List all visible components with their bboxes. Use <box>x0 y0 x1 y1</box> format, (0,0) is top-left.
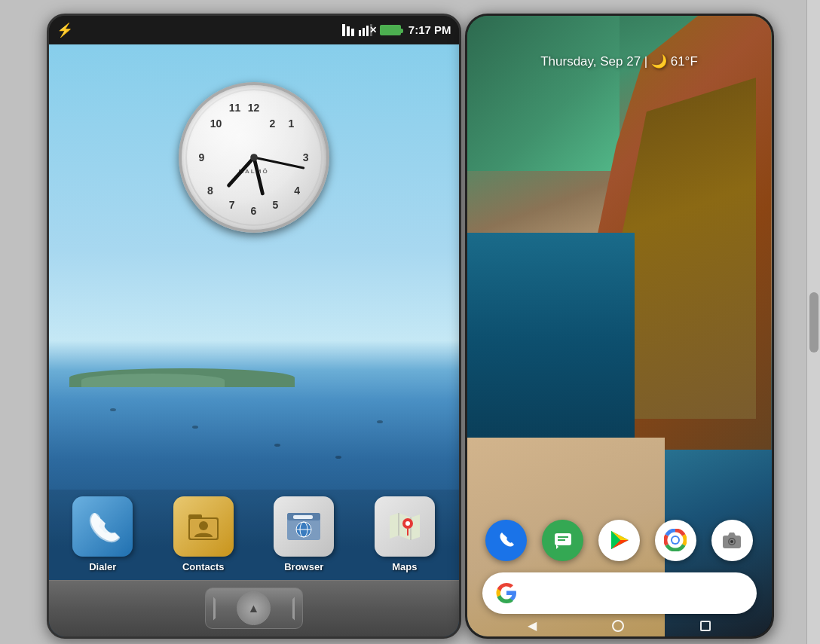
home-button[interactable] <box>612 620 624 632</box>
water-area <box>467 233 635 450</box>
svg-rect-4 <box>363 28 365 36</box>
new-app-messages[interactable] <box>542 520 583 561</box>
new-app-camera[interactable] <box>711 520 753 561</box>
svg-rect-2 <box>351 29 354 36</box>
new-chrome-icon-svg <box>664 529 687 551</box>
statusbar-time: 7:17 PM <box>408 23 451 36</box>
new-messages-icon-svg <box>552 530 574 551</box>
battery-icon <box>380 25 401 35</box>
old-statusbar: ⚡ <box>49 16 459 44</box>
old-android-phone: ⚡ <box>47 14 461 639</box>
new-wallpaper: 7:35 ⊖ ▾ ▮ Thursday, Sep 27 | 🌙 61°F <box>467 16 772 636</box>
old-app-maps[interactable]: Maps <box>375 496 435 572</box>
old-wallpaper: 12 1 3 4 5 6 7 8 9 10 11 2 <box>49 44 459 636</box>
phones-container: ⚡ <box>47 14 774 639</box>
clock-face: 12 1 3 4 5 6 7 8 9 10 11 2 <box>179 82 329 233</box>
google-g-svg <box>496 582 517 603</box>
old-app-dialer[interactable]: Dialer <box>72 496 133 572</box>
no-signal-x: ✕ <box>369 25 377 35</box>
svg-line-7 <box>240 157 277 194</box>
svg-point-32 <box>730 540 733 543</box>
old-nav-bar <box>49 580 459 636</box>
wifi-icon <box>341 24 356 36</box>
svg-line-8 <box>228 157 253 185</box>
scrollbar-thumb[interactable] <box>809 292 818 353</box>
new-app-play[interactable] <box>598 520 640 561</box>
svg-point-14 <box>199 521 208 530</box>
new-apps-row <box>467 520 772 561</box>
old-statusbar-right: ✕ 7:17 PM <box>341 23 451 36</box>
maps-icon-img <box>385 507 424 546</box>
new-phone-icon-svg <box>496 530 517 551</box>
old-app-contacts[interactable]: Contacts <box>173 496 234 572</box>
svg-rect-12 <box>188 514 202 519</box>
old-phone-screen: ⚡ <box>49 16 459 636</box>
svg-rect-3 <box>359 30 361 36</box>
new-app-phone[interactable] <box>485 520 527 561</box>
old-statusbar-left: ⚡ <box>57 22 73 38</box>
maps-icon[interactable] <box>375 496 435 557</box>
clock-widget: 12 1 3 4 5 6 7 8 9 10 11 2 <box>179 82 329 233</box>
dialer-label: Dialer <box>89 561 116 572</box>
contacts-icon[interactable] <box>173 496 234 557</box>
maps-label: Maps <box>392 561 417 572</box>
old-nav-center[interactable] <box>205 588 303 629</box>
svg-point-28 <box>672 537 678 543</box>
new-phone-screen: 7:35 ⊖ ▾ ▮ Thursday, Sep 27 | 🌙 61°F <box>467 16 772 636</box>
usb-icon: ⚡ <box>57 22 73 38</box>
dialer-icon-img <box>83 507 122 546</box>
svg-rect-0 <box>342 24 345 36</box>
svg-rect-5 <box>366 26 369 36</box>
outer-frame: ⚡ <box>0 0 820 644</box>
google-logo <box>496 582 517 603</box>
new-date-widget: Thursday, Sep 27 | 🌙 61°F <box>540 53 698 69</box>
cliff-green-top <box>467 16 620 171</box>
new-pixel-phone: 7:35 ⊖ ▾ ▮ Thursday, Sep 27 | 🌙 61°F <box>465 14 774 639</box>
water-dot-3 <box>274 444 280 447</box>
water-dot-2 <box>192 426 198 429</box>
browser-icon-img <box>284 507 323 546</box>
old-app-browser[interactable]: Browser <box>274 496 334 572</box>
contacts-icon-img <box>184 507 223 546</box>
new-camera-icon-svg <box>721 529 743 551</box>
water-dot-5 <box>377 420 383 423</box>
clock-hands-svg <box>182 85 326 230</box>
new-nav-bar: ◀ <box>467 615 772 636</box>
old-home-button[interactable] <box>237 591 271 625</box>
back-button[interactable]: ◀ <box>528 618 537 633</box>
contacts-label: Contacts <box>182 561 225 572</box>
browser-icon[interactable] <box>274 496 334 557</box>
new-date-text: Thursday, Sep 27 | 🌙 61°F <box>540 54 698 69</box>
svg-rect-1 <box>347 26 350 36</box>
svg-line-9 <box>254 157 304 168</box>
dialer-icon[interactable] <box>72 496 133 557</box>
old-apps-row: Dialer <box>49 496 459 572</box>
new-app-chrome[interactable] <box>655 520 696 561</box>
land-shape-2 <box>81 374 225 387</box>
new-play-icon-svg <box>607 529 630 551</box>
scrollbar[interactable] <box>806 0 820 644</box>
svg-rect-17 <box>293 515 313 519</box>
water-dot-4 <box>335 456 341 459</box>
old-land <box>49 365 459 387</box>
svg-point-22 <box>405 521 410 526</box>
new-search-bar[interactable] <box>482 572 757 614</box>
svg-point-10 <box>250 154 258 161</box>
browser-label: Browser <box>284 561 323 572</box>
water-dot-1 <box>110 408 116 411</box>
recent-apps-button[interactable] <box>700 621 711 631</box>
